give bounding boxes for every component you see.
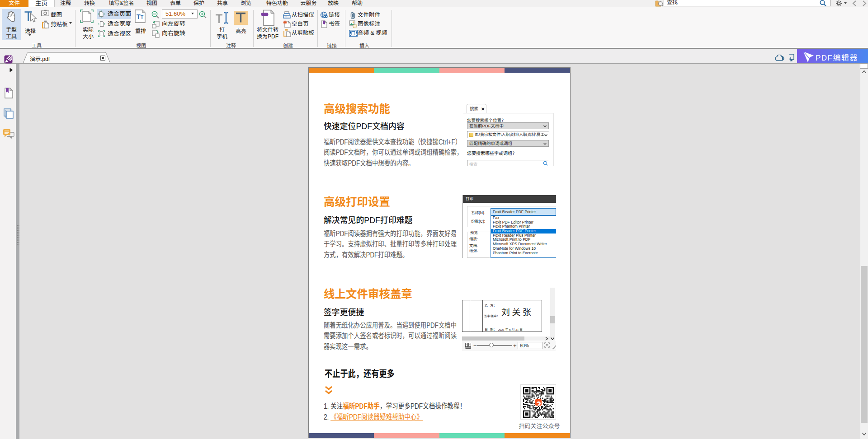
svg-text:T: T: [137, 13, 141, 20]
svg-text:T: T: [141, 15, 143, 20]
